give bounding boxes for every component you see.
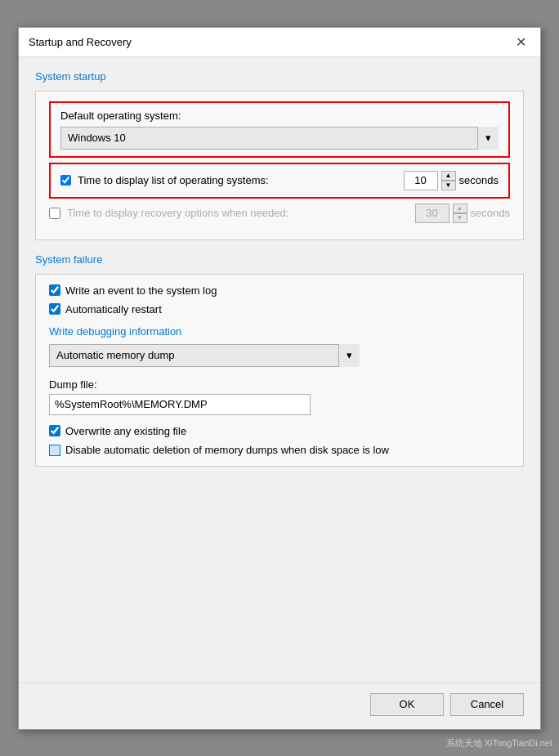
system-startup-box: Default operating system: Windows 10 ▾ T… <box>35 91 524 240</box>
default-os-dropdown-container: Windows 10 ▾ <box>60 127 499 150</box>
cancel-button[interactable]: Cancel <box>450 693 524 716</box>
time-display-recovery-checkbox[interactable] <box>49 208 60 219</box>
time-display-recovery-spinner: ▲ ▼ seconds <box>415 204 510 223</box>
time-display-recovery-inner: Time to display recovery options when ne… <box>49 204 510 223</box>
dialog-footer: OK Cancel <box>19 682 540 729</box>
time-display-recovery-label: Time to display recovery options when ne… <box>67 207 409 219</box>
disable-auto-delete-label: Disable automatic deletion of memory dum… <box>65 444 510 456</box>
system-startup-label: System startup <box>35 70 524 83</box>
auto-restart-row: Automatically restart <box>49 303 510 315</box>
disable-auto-delete-row: Disable automatic deletion of memory dum… <box>49 444 510 456</box>
time-display-recovery-down-btn[interactable]: ▼ <box>453 213 467 223</box>
ok-button[interactable]: OK <box>370 693 444 716</box>
dialog-title: Startup and Recovery <box>29 36 132 48</box>
dialog-body: System startup Default operating system:… <box>19 57 540 682</box>
write-event-row: Write an event to the system log <box>49 284 510 297</box>
watermark: 系统天地 XiTongTianDi.net <box>446 737 552 749</box>
system-failure-label: System failure <box>35 253 524 266</box>
default-os-label: Default operating system: <box>60 110 499 122</box>
time-display-list-row: Time to display list of operating system… <box>60 171 499 190</box>
disable-auto-delete-checkbox[interactable] <box>49 445 60 456</box>
close-button[interactable]: ✕ <box>511 32 530 51</box>
write-event-checkbox[interactable] <box>49 284 60 296</box>
overwrite-row: Overwrite any existing file <box>49 425 510 437</box>
dump-file-input[interactable] <box>49 394 311 415</box>
title-bar: Startup and Recovery ✕ <box>19 28 540 57</box>
overwrite-checkbox[interactable] <box>49 425 60 436</box>
time-display-list-spinner: ▲ ▼ seconds <box>404 171 499 190</box>
system-failure-box: Write an event to the system log Automat… <box>35 274 524 467</box>
auto-restart-checkbox[interactable] <box>49 303 60 315</box>
time-display-recovery-input[interactable] <box>415 204 449 223</box>
write-event-label: Write an event to the system log <box>65 284 510 297</box>
overwrite-label: Overwrite any existing file <box>65 425 510 437</box>
time-display-recovery-seconds: seconds <box>471 207 510 219</box>
auto-restart-label: Automatically restart <box>65 303 510 315</box>
time-display-recovery-spinner-buttons: ▲ ▼ <box>453 204 467 223</box>
startup-recovery-dialog: Startup and Recovery ✕ System startup De… <box>18 27 541 730</box>
dump-file-label: Dump file: <box>49 378 510 391</box>
time-display-list-input[interactable] <box>404 171 438 190</box>
time-display-list-label: Time to display list of operating system… <box>78 174 397 186</box>
write-debugging-label: Write debugging information <box>49 325 510 338</box>
time-display-list-group: Time to display list of operating system… <box>49 163 510 199</box>
time-display-list-down-btn[interactable]: ▼ <box>441 181 456 190</box>
time-display-list-spinner-buttons: ▲ ▼ <box>441 171 456 190</box>
time-display-list-checkbox[interactable] <box>60 175 71 186</box>
time-display-recovery-up-btn[interactable]: ▲ <box>453 204 467 213</box>
default-os-group: Default operating system: Windows 10 ▾ <box>49 101 510 158</box>
debug-dropdown[interactable]: Automatic memory dump <box>49 344 360 367</box>
debug-dropdown-container: Automatic memory dump ▾ <box>49 344 360 367</box>
time-display-list-seconds: seconds <box>459 174 499 186</box>
time-display-list-up-btn[interactable]: ▲ <box>441 171 456 181</box>
default-os-dropdown[interactable]: Windows 10 <box>60 127 499 150</box>
time-display-recovery-row: Time to display recovery options when ne… <box>49 204 510 223</box>
